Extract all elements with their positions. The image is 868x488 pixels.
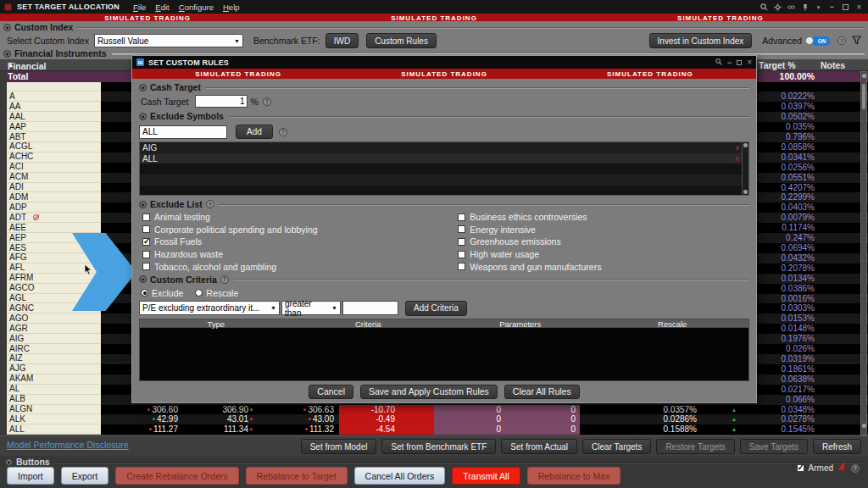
unchecked-checkbox-icon[interactable]	[458, 214, 465, 221]
dialog-titlebar[interactable]: IB SET CUSTOM RULES − ×	[132, 56, 756, 69]
export-button[interactable]: Export	[61, 467, 108, 485]
custom-rules-button[interactable]: Custom Rules	[366, 33, 437, 48]
exclude-option-high-water-usage[interactable]: High water usage	[458, 248, 749, 261]
cancel-button[interactable]: Cancel	[309, 385, 353, 399]
target-percent-value[interactable]: 0.0153%	[782, 313, 815, 324]
help-icon[interactable]: ?	[837, 36, 846, 45]
link-icon[interactable]	[787, 3, 795, 11]
target-percent-value[interactable]: 0.0278%	[782, 414, 815, 424]
scrollbar-bottom-bead[interactable]	[743, 190, 748, 194]
help-icon[interactable]: ?	[206, 200, 214, 208]
target-percent-value[interactable]: 0.0256%	[782, 163, 815, 173]
rescale-radio[interactable]: Rescale	[195, 288, 238, 298]
target-percent-value[interactable]: 0.0079%	[782, 213, 815, 223]
caret-down-icon[interactable]: ▾	[815, 3, 822, 11]
exclude-option-business-ethics-controversies[interactable]: Business ethics controversies	[458, 211, 749, 224]
save-and-apply-button[interactable]: Save and Apply Custom Rules	[360, 385, 498, 399]
collapse-caret-icon[interactable]: ▾	[139, 113, 147, 120]
close-icon[interactable]: ×	[855, 3, 863, 11]
target-percent-value[interactable]: 0.0303%	[782, 303, 815, 313]
unchecked-checkbox-icon[interactable]	[142, 225, 150, 233]
target-percent-value[interactable]: 0.0502%	[782, 112, 815, 122]
criteria-operator-select[interactable]: greater than ▼	[281, 301, 341, 315]
filter-icon[interactable]	[852, 33, 861, 48]
unchecked-checkbox-icon[interactable]	[458, 263, 465, 270]
exclude-option-weapons-and-gun-manufacturers[interactable]: Weapons and gun manufacturers	[458, 260, 749, 273]
restore-icon[interactable]	[737, 58, 742, 67]
clear-targets-button[interactable]: Clear Targets	[582, 439, 651, 454]
target-percent-value[interactable]: 0.4207%	[782, 183, 815, 193]
target-percent-value[interactable]: 0.1976%	[782, 334, 815, 344]
excluded-symbol-row[interactable]: AIGx	[140, 142, 748, 153]
target-percent-value[interactable]: 0.0551%	[782, 173, 815, 183]
transmit-all-button[interactable]: Transmit All	[452, 467, 520, 485]
collapse-caret-icon[interactable]: ▾	[3, 50, 11, 58]
set-from-model-button[interactable]: Set from Model	[301, 439, 377, 454]
advanced-toggle[interactable]: ON	[805, 36, 830, 46]
set-from-benchmark-etf-button[interactable]: Set from Benchmark ETF	[381, 439, 496, 454]
menu-help[interactable]: Help	[223, 3, 240, 12]
exclude-option-animal-testing[interactable]: Animal testing	[142, 211, 458, 224]
custom-index-select[interactable]: Russell Value ▼	[94, 34, 243, 47]
exclude-option-corporate-political-spending-and-lobbying[interactable]: Corporate political spending and lobbyin…	[142, 224, 458, 236]
add-symbol-button[interactable]: Add	[236, 125, 273, 139]
target-percent-value[interactable]: 0.0341%	[782, 152, 815, 163]
criteria-value-input[interactable]	[342, 301, 398, 315]
restore-icon[interactable]	[842, 3, 849, 11]
target-percent-value[interactable]: 0.0432%	[782, 253, 815, 263]
help-icon[interactable]: ?	[220, 275, 229, 284]
target-percent-value[interactable]: 0.0858%	[782, 142, 815, 152]
table-row[interactable]: ALK42.9943.0143.00-0.49000.0286%0.0278%	[0, 414, 868, 424]
unchecked-checkbox-icon[interactable]	[142, 214, 150, 221]
target-percent-value[interactable]: 0.0397%	[782, 102, 815, 112]
gear-icon[interactable]	[774, 3, 782, 11]
unchecked-checkbox-icon[interactable]	[458, 251, 465, 258]
invest-in-custom-index-button[interactable]: Invest in Custom Index	[649, 33, 753, 48]
help-icon[interactable]: ?	[263, 97, 271, 106]
search-icon[interactable]	[715, 58, 722, 67]
unchecked-checkbox-icon[interactable]	[142, 263, 150, 270]
collapse-caret-icon[interactable]: ▾	[139, 275, 147, 283]
target-percent-value[interactable]: 0.0403%	[782, 202, 815, 213]
target-percent-value[interactable]: 0.0638%	[782, 374, 815, 385]
cancel-all-orders-button[interactable]: Cancel All Orders	[354, 467, 446, 485]
target-percent-value[interactable]: 0.0016%	[782, 294, 815, 304]
table-row[interactable]: ALL111.27111.34111.32-4.54000.1588%0.154…	[0, 424, 868, 435]
benchmark-etf-button[interactable]: IWD	[326, 33, 359, 48]
target-percent-value[interactable]: 0.1861%	[782, 364, 815, 374]
exclude-symbol-input[interactable]: ALL	[139, 125, 227, 139]
criteria-metric-select[interactable]: P/E excluding extraordinary it... ▼	[139, 301, 280, 315]
target-percent-value[interactable]: 0.0134%	[782, 274, 815, 284]
target-percent-value[interactable]: 0.2078%	[782, 263, 815, 274]
target-percent-value[interactable]: 0.796%	[786, 132, 815, 142]
target-percent-value[interactable]: 0.0694%	[782, 243, 815, 253]
minimize-icon[interactable]: −	[727, 58, 732, 67]
menu-file[interactable]: File	[133, 3, 146, 12]
list-scrollbar[interactable]	[742, 142, 748, 195]
target-percent-value[interactable]: 0.0217%	[782, 385, 815, 395]
exclude-option-energy-intensive[interactable]: Energy intensive	[458, 224, 749, 236]
target-percent-value[interactable]: 0.0222%	[782, 92, 815, 102]
remove-symbol-icon[interactable]: x	[736, 142, 740, 152]
add-criteria-button[interactable]: Add Criteria	[405, 301, 467, 316]
menu-edit[interactable]: Edit	[155, 3, 169, 12]
exclude-option-fossil-fuels[interactable]: Fossil Fuels	[142, 236, 458, 248]
exclude-option-hazardous-waste[interactable]: Hazardous waste	[142, 248, 458, 261]
armed-checkbox[interactable]	[797, 464, 804, 472]
target-percent-value[interactable]: 0.035%	[786, 122, 815, 132]
collapse-caret-icon[interactable]: ▾	[139, 84, 147, 92]
clear-all-rules-button[interactable]: Clear All Rules	[504, 385, 580, 399]
target-percent-value[interactable]: 0.1545%	[782, 424, 815, 435]
col-header-notes[interactable]: Notes	[821, 60, 845, 70]
collapse-caret-icon[interactable]: ▾	[139, 201, 147, 208]
target-percent-value[interactable]: 0.0319%	[782, 354, 815, 364]
close-icon[interactable]: ×	[747, 58, 752, 67]
collapse-caret-icon[interactable]: ▾	[3, 24, 11, 31]
target-percent-value[interactable]: 0.066%	[786, 395, 815, 405]
target-percent-value[interactable]: 0.0348%	[782, 405, 815, 415]
unchecked-checkbox-icon[interactable]	[458, 238, 465, 246]
import-button[interactable]: Import	[7, 467, 54, 485]
menu-configure[interactable]: Configure	[179, 3, 214, 12]
remove-symbol-icon[interactable]: x	[736, 153, 740, 164]
target-percent-value[interactable]: 0.247%	[786, 233, 815, 243]
